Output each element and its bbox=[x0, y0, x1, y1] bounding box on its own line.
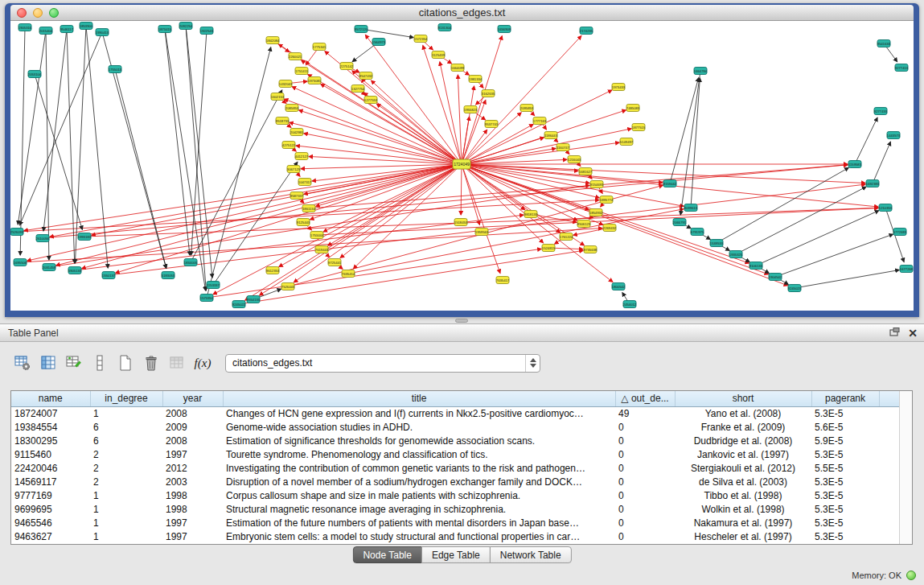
graph-node[interactable]: 1861134 bbox=[302, 205, 316, 212]
graph-node[interactable]: 5905133 bbox=[68, 267, 82, 274]
graph-node[interactable]: 2015404 bbox=[39, 27, 53, 35]
graph-node[interactable]: 5183053 bbox=[162, 272, 175, 279]
graph-node[interactable]: 2260021 bbox=[289, 53, 302, 60]
graph-node[interactable]: 6772683 bbox=[893, 229, 907, 236]
graph-node[interactable]: 9587337 bbox=[290, 192, 304, 200]
graph-node[interactable]: 2526093 bbox=[10, 229, 24, 236]
graph-node[interactable]: 1993183 bbox=[78, 233, 92, 241]
table-row[interactable]: 1830029562008Estimation of significance … bbox=[11, 434, 900, 447]
table-row[interactable]: 1938455462009Genome-wide association stu… bbox=[11, 420, 900, 434]
graph-node[interactable]: 2031459 bbox=[43, 264, 56, 271]
graph-node[interactable]: 1677268 bbox=[900, 266, 914, 273]
graph-node[interactable]: 9518733 bbox=[276, 117, 290, 125]
table-selector-dropdown[interactable]: citations_edges.txt bbox=[225, 354, 540, 373]
graph-node[interactable]: 7635417 bbox=[496, 277, 510, 284]
network-window-titlebar[interactable]: citations_edges.txt bbox=[10, 5, 914, 21]
minimize-window-button[interactable] bbox=[33, 8, 43, 18]
graph-node[interactable]: 1125439 bbox=[432, 51, 446, 59]
graph-node[interactable]: 1656909 bbox=[498, 26, 511, 33]
graph-node[interactable]: 8506123 bbox=[577, 220, 591, 228]
graph-node[interactable]: 1990413 bbox=[96, 29, 109, 36]
graph-node[interactable]: 9612353 bbox=[266, 267, 280, 274]
row-tools-button[interactable] bbox=[87, 350, 113, 376]
graph-node[interactable]: 2174235 bbox=[580, 27, 593, 35]
graph-node[interactable]: 9277433 bbox=[874, 108, 888, 115]
column-header[interactable]: year bbox=[162, 391, 223, 406]
graph-node[interactable]: 1443573 bbox=[887, 132, 901, 139]
graph-node[interactable]: 1761224 bbox=[560, 233, 573, 241]
graph-node[interactable]: 9154693 bbox=[590, 181, 604, 188]
graph-node[interactable]: 9546117 bbox=[60, 26, 74, 33]
tab-network-table[interactable]: Network Table bbox=[490, 546, 572, 563]
graph-node[interactable]: 1153337 bbox=[207, 282, 220, 289]
column-header[interactable]: name bbox=[11, 391, 90, 406]
graph-node[interactable]: 1853900 bbox=[80, 23, 93, 30]
graph-node[interactable]: 1973433 bbox=[612, 84, 626, 91]
graph-node[interactable]: 2066791 bbox=[673, 219, 687, 226]
graph-node[interactable]: 9547432 bbox=[359, 72, 373, 80]
graph-node[interactable]: 1327754 bbox=[351, 85, 365, 93]
table-row[interactable]: 1872400712008Changes of HCN gene express… bbox=[11, 406, 900, 420]
graph-node[interactable]: 1834005 bbox=[184, 259, 198, 266]
delete-table-button[interactable] bbox=[138, 350, 164, 376]
graph-node[interactable]: 1755013 bbox=[109, 66, 122, 73]
graph-node[interactable]: 1432043 bbox=[279, 80, 293, 88]
graph-node[interactable]: 3067125 bbox=[287, 166, 301, 173]
graph-node[interactable]: 1216043 bbox=[568, 156, 581, 163]
graph-node[interactable]: 1904542 bbox=[769, 274, 782, 281]
graph-node[interactable]: 1277553 bbox=[364, 97, 378, 104]
graph-node[interactable]: 2092254 bbox=[179, 23, 193, 30]
column-header[interactable]: in_degree bbox=[90, 391, 162, 406]
graph-node[interactable]: 1724049 bbox=[453, 159, 470, 169]
graph-node[interactable]: 1753444 bbox=[310, 232, 324, 239]
graph-node[interactable]: 1854932 bbox=[589, 209, 603, 216]
graph-node[interactable]: 3162635 bbox=[482, 90, 495, 97]
graph-node[interactable]: 9245022 bbox=[232, 301, 246, 308]
graph-node[interactable]: 1664784 bbox=[694, 68, 708, 75]
graph-node[interactable]: 1047317 bbox=[298, 179, 312, 186]
graph-node[interactable]: 1186443 bbox=[544, 132, 558, 139]
graph-node[interactable]: 1692383 bbox=[866, 180, 880, 187]
graph-node[interactable]: 7619443 bbox=[315, 246, 329, 253]
graph-node[interactable]: 1751411 bbox=[295, 68, 309, 75]
function-builder-button[interactable]: f(x) bbox=[190, 350, 216, 376]
select-columns-button[interactable] bbox=[35, 350, 61, 376]
table-row[interactable]: 1456911722003Disruption of a novel membe… bbox=[11, 475, 900, 488]
graph-node[interactable]: 9572120 bbox=[355, 26, 368, 33]
graph-node[interactable]: 9735638 bbox=[584, 246, 598, 253]
table-row[interactable]: 911546021997Tourette syndrome. Phenomeno… bbox=[11, 447, 900, 461]
vertical-scrollbar[interactable] bbox=[899, 391, 912, 544]
tab-edge-table[interactable]: Edge Table bbox=[421, 546, 491, 563]
graph-node[interactable]: 8099613 bbox=[684, 204, 698, 212]
graph-node[interactable]: 1959563 bbox=[475, 229, 489, 236]
new-table-button[interactable] bbox=[113, 350, 138, 376]
table-row[interactable]: 2242004622012Investigating the contribut… bbox=[11, 461, 900, 475]
column-header[interactable]: △ out_de... bbox=[615, 391, 675, 406]
graph-node[interactable]: 9159442 bbox=[663, 180, 677, 187]
graph-node[interactable]: 9537741 bbox=[485, 121, 499, 128]
graph-node[interactable]: 1550137 bbox=[102, 272, 116, 279]
graph-node[interactable]: 6791975 bbox=[691, 229, 704, 236]
graph-node[interactable]: 9245023 bbox=[788, 285, 802, 292]
table-row[interactable]: 969969511998Structural magnetic resonanc… bbox=[11, 502, 900, 516]
graph-node[interactable]: 1935325 bbox=[729, 251, 743, 258]
graph-node[interactable]: 1873415 bbox=[158, 26, 172, 33]
column-header[interactable]: pagerank bbox=[811, 391, 879, 406]
close-panel-button[interactable]: ✕ bbox=[908, 328, 918, 339]
graph-node[interactable]: 1981334 bbox=[469, 76, 483, 83]
graph-node[interactable]: 1664099 bbox=[451, 64, 465, 72]
graph-node[interactable]: 4412127 bbox=[295, 153, 309, 160]
graph-node[interactable]: 1877515 bbox=[632, 124, 646, 131]
graph-node[interactable]: 1160747 bbox=[556, 144, 570, 151]
zoom-window-button[interactable] bbox=[49, 8, 59, 18]
graph-node[interactable]: 1210353 bbox=[879, 204, 893, 212]
graph-node[interactable]: 1955823 bbox=[464, 106, 478, 113]
graph-node[interactable]: 2610056 bbox=[36, 235, 50, 242]
column-header[interactable]: title bbox=[223, 391, 615, 406]
graph-node[interactable]: 1564973 bbox=[372, 39, 386, 46]
panel-resize-handle[interactable] bbox=[455, 319, 468, 323]
graph-node[interactable]: 9277413 bbox=[895, 64, 909, 72]
network-view-canvas[interactable]: 1905316201540495461171853900199041320531… bbox=[10, 21, 914, 311]
table-settings-button[interactable] bbox=[10, 350, 35, 376]
graph-node[interactable]: 2095853 bbox=[520, 105, 534, 112]
